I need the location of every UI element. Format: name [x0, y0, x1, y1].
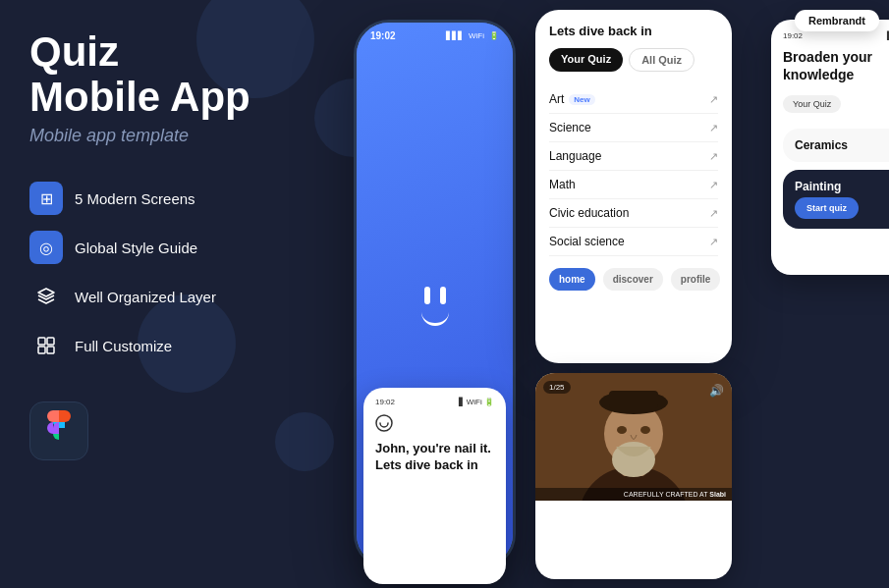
- category-science-arrow: ↗: [709, 122, 718, 134]
- layer-icon: [29, 280, 63, 313]
- tab-your-quiz[interactable]: Your Quiz: [549, 48, 623, 72]
- layer-label: Well Organized Layer: [75, 289, 216, 305]
- category-civic-arrow: ↗: [709, 207, 718, 220]
- app-subtitle: Mobile app template: [29, 126, 305, 146]
- smiley-dot-right: [440, 287, 446, 304]
- quiz-nav: home discover profile: [549, 268, 718, 291]
- category-language[interactable]: Language ↗: [549, 142, 718, 171]
- category-civic[interactable]: Civic education ↗: [549, 199, 718, 228]
- start-quiz-btn[interactable]: Start quiz: [795, 197, 859, 219]
- figma-badge: [29, 401, 88, 460]
- right-screen-top: 19:02 ▋▋▋ 🔋 Broaden your knowledge Your …: [771, 20, 889, 275]
- right-top-status: 19:02 ▋▋▋ 🔋: [783, 31, 889, 40]
- figma-icon: [47, 410, 71, 453]
- result-progress-bar: 1/25: [543, 381, 571, 394]
- bottom-phone: 19:02 ▋ WiFi 🔋 John, you're nail it. Let…: [363, 388, 506, 584]
- category-art-arrow: ↗: [709, 93, 718, 106]
- category-math-arrow: ↗: [709, 179, 718, 191]
- category-social[interactable]: Social science ↗: [549, 228, 718, 256]
- crafted-text: CAREFULLY CRAFTED AT Slabi: [535, 488, 732, 501]
- category-language-name: Language: [549, 149, 601, 163]
- category-social-arrow: ↗: [709, 236, 718, 248]
- left-panel: Quiz Mobile App Mobile app template ⊞ 5 …: [29, 29, 305, 460]
- phone-time: 19:02: [370, 30, 396, 41]
- quiz-tabs: Your Quiz All Quiz: [549, 48, 718, 72]
- right-top-title: Broaden your knowledge: [783, 48, 889, 83]
- category-language-arrow: ↗: [709, 150, 718, 163]
- feature-style-guide: ◎ Global Style Guide: [29, 231, 305, 264]
- modern-screens-icon: ⊞: [29, 182, 63, 215]
- feature-customize: Full Customize: [29, 329, 305, 362]
- svg-rect-2: [38, 347, 45, 353]
- progress-text: 1/25: [543, 381, 571, 394]
- nav-profile[interactable]: profile: [671, 268, 721, 291]
- category-math-name: Math: [549, 178, 576, 191]
- right-category-ceramics[interactable]: Ceramics: [783, 129, 889, 162]
- svg-rect-1: [47, 338, 54, 345]
- customize-label: Full Customize: [75, 338, 172, 354]
- customize-icon: [29, 329, 63, 362]
- phone-icons: ▋▋▋ WiFi 🔋: [446, 31, 499, 40]
- category-science-name: Science: [549, 121, 591, 134]
- bottom-phone-text: John, you're nail it. Lets dive back in: [375, 441, 494, 474]
- phone-status-bar: 19:02 ▋▋▋ WiFi 🔋: [357, 23, 513, 45]
- svg-rect-0: [38, 338, 45, 345]
- tab-all-quiz[interactable]: All Quiz: [629, 48, 695, 72]
- quiz-screen-title: Lets dive back in: [549, 24, 718, 38]
- quiz-result-image: CAREFULLY CRAFTED AT Slabi 1/25 🔊: [535, 373, 732, 501]
- svg-rect-3: [47, 347, 54, 353]
- nav-home[interactable]: home: [549, 268, 595, 291]
- category-civic-name: Civic education: [549, 206, 629, 220]
- smiley-dot-left: [424, 287, 430, 304]
- features-list: ⊞ 5 Modern Screens ◎ Global Style Guide …: [29, 182, 305, 362]
- right-category-painting[interactable]: Painting Start quiz: [783, 170, 889, 229]
- smiley-dots: [424, 287, 446, 304]
- quiz-result-screen: CAREFULLY CRAFTED AT Slabi 1/25 🔊: [535, 373, 732, 579]
- category-science[interactable]: Science ↗: [549, 114, 718, 142]
- feature-layer: Well Organized Layer: [29, 280, 305, 313]
- style-guide-icon: ◎: [29, 231, 63, 264]
- style-guide-label: Global Style Guide: [75, 240, 197, 256]
- rembrandt-tag: Rembrandt: [795, 10, 879, 31]
- bottom-phone-status: 19:02 ▋ WiFi 🔋: [375, 398, 494, 406]
- new-badge: New: [569, 94, 594, 105]
- app-title: Quiz Mobile App: [29, 29, 305, 120]
- your-quiz-btn[interactable]: Your Quiz: [783, 95, 841, 113]
- category-math[interactable]: Math ↗: [549, 171, 718, 199]
- sound-icon[interactable]: 🔊: [709, 381, 724, 399]
- smiley-logo: [421, 287, 449, 326]
- nav-discover[interactable]: discover: [603, 268, 663, 291]
- smiley-curve: [421, 312, 449, 326]
- svg-point-4: [376, 415, 392, 431]
- bottom-phone-logo: [375, 414, 494, 435]
- quiz-list-screen: Lets dive back in Your Quiz All Quiz Art…: [535, 10, 732, 363]
- feature-modern-screens: ⊞ 5 Modern Screens: [29, 182, 305, 215]
- modern-screens-label: 5 Modern Screens: [75, 190, 195, 207]
- category-art-name: Art New: [549, 92, 595, 106]
- category-art[interactable]: Art New ↗: [549, 85, 718, 114]
- category-social-name: Social science: [549, 235, 625, 248]
